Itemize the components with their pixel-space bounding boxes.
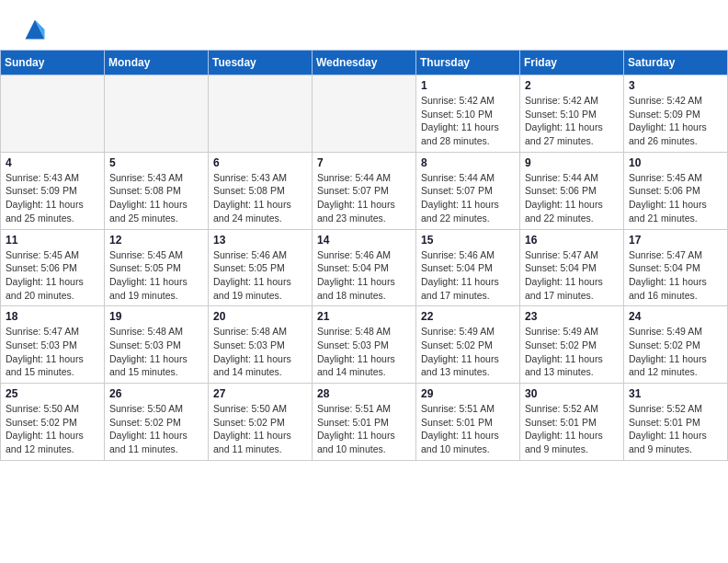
day-number: 2 bbox=[525, 79, 619, 92]
day-number: 20 bbox=[213, 310, 307, 323]
day-detail: Sunrise: 5:48 AM Sunset: 5:03 PM Dayligh… bbox=[317, 325, 411, 379]
weekday-header-sunday: Sunday bbox=[1, 51, 105, 75]
calendar-cell bbox=[313, 75, 416, 153]
calendar-cell: 4Sunrise: 5:43 AM Sunset: 5:09 PM Daylig… bbox=[1, 152, 105, 229]
day-detail: Sunrise: 5:52 AM Sunset: 5:01 PM Dayligh… bbox=[525, 402, 619, 456]
calendar-cell: 22Sunrise: 5:49 AM Sunset: 5:02 PM Dayli… bbox=[416, 306, 520, 384]
calendar-week-5: 25Sunrise: 5:50 AM Sunset: 5:02 PM Dayli… bbox=[1, 384, 728, 461]
weekday-header-thursday: Thursday bbox=[416, 51, 520, 75]
day-number: 16 bbox=[525, 234, 619, 247]
logo bbox=[22, 17, 50, 42]
calendar-cell: 10Sunrise: 5:45 AM Sunset: 5:06 PM Dayli… bbox=[624, 152, 728, 229]
day-detail: Sunrise: 5:51 AM Sunset: 5:01 PM Dayligh… bbox=[317, 402, 411, 456]
day-detail: Sunrise: 5:48 AM Sunset: 5:03 PM Dayligh… bbox=[213, 325, 307, 379]
day-number: 17 bbox=[629, 234, 722, 247]
day-number: 26 bbox=[109, 387, 203, 400]
day-detail: Sunrise: 5:42 AM Sunset: 5:10 PM Dayligh… bbox=[525, 94, 619, 148]
calendar-cell: 24Sunrise: 5:49 AM Sunset: 5:02 PM Dayli… bbox=[624, 306, 728, 384]
calendar-cell: 20Sunrise: 5:48 AM Sunset: 5:03 PM Dayli… bbox=[209, 306, 313, 384]
day-detail: Sunrise: 5:44 AM Sunset: 5:07 PM Dayligh… bbox=[317, 171, 411, 225]
calendar-cell: 28Sunrise: 5:51 AM Sunset: 5:01 PM Dayli… bbox=[313, 384, 416, 461]
weekday-header-tuesday: Tuesday bbox=[209, 51, 313, 75]
day-number: 10 bbox=[629, 156, 722, 169]
calendar-cell: 8Sunrise: 5:44 AM Sunset: 5:07 PM Daylig… bbox=[416, 152, 520, 229]
calendar-cell bbox=[105, 75, 209, 153]
day-number: 6 bbox=[213, 156, 307, 169]
day-detail: Sunrise: 5:45 AM Sunset: 5:06 PM Dayligh… bbox=[6, 248, 99, 303]
calendar-week-3: 11Sunrise: 5:45 AM Sunset: 5:06 PM Dayli… bbox=[1, 229, 728, 306]
calendar-cell: 16Sunrise: 5:47 AM Sunset: 5:04 PM Dayli… bbox=[520, 229, 624, 306]
calendar-cell: 14Sunrise: 5:46 AM Sunset: 5:04 PM Dayli… bbox=[313, 229, 416, 306]
day-number: 11 bbox=[6, 234, 99, 247]
calendar-cell: 26Sunrise: 5:50 AM Sunset: 5:02 PM Dayli… bbox=[105, 384, 209, 461]
day-number: 8 bbox=[421, 156, 515, 169]
day-detail: Sunrise: 5:42 AM Sunset: 5:09 PM Dayligh… bbox=[629, 94, 722, 148]
day-detail: Sunrise: 5:45 AM Sunset: 5:06 PM Dayligh… bbox=[629, 171, 722, 225]
calendar-header: SundayMondayTuesdayWednesdayThursdayFrid… bbox=[1, 51, 728, 75]
day-number: 12 bbox=[109, 234, 203, 247]
day-detail: Sunrise: 5:42 AM Sunset: 5:10 PM Dayligh… bbox=[421, 94, 515, 148]
calendar-cell: 25Sunrise: 5:50 AM Sunset: 5:02 PM Dayli… bbox=[1, 384, 105, 461]
day-detail: Sunrise: 5:46 AM Sunset: 5:04 PM Dayligh… bbox=[421, 248, 515, 303]
day-detail: Sunrise: 5:43 AM Sunset: 5:09 PM Dayligh… bbox=[6, 171, 99, 225]
day-detail: Sunrise: 5:44 AM Sunset: 5:06 PM Dayligh… bbox=[525, 171, 619, 225]
day-number: 31 bbox=[629, 387, 722, 400]
day-detail: Sunrise: 5:49 AM Sunset: 5:02 PM Dayligh… bbox=[421, 325, 515, 379]
day-number: 27 bbox=[213, 387, 307, 400]
calendar-cell: 27Sunrise: 5:50 AM Sunset: 5:02 PM Dayli… bbox=[209, 384, 313, 461]
logo-icon bbox=[22, 17, 48, 42]
day-detail: Sunrise: 5:47 AM Sunset: 5:04 PM Dayligh… bbox=[629, 248, 722, 303]
calendar-cell bbox=[209, 75, 313, 153]
calendar-week-4: 18Sunrise: 5:47 AM Sunset: 5:03 PM Dayli… bbox=[1, 306, 728, 384]
day-number: 22 bbox=[421, 310, 515, 323]
day-detail: Sunrise: 5:43 AM Sunset: 5:08 PM Dayligh… bbox=[213, 171, 307, 225]
day-number: 28 bbox=[317, 387, 411, 400]
calendar-cell: 29Sunrise: 5:51 AM Sunset: 5:01 PM Dayli… bbox=[416, 384, 520, 461]
weekday-header-friday: Friday bbox=[520, 51, 624, 75]
day-number: 18 bbox=[6, 310, 99, 323]
calendar-cell: 18Sunrise: 5:47 AM Sunset: 5:03 PM Dayli… bbox=[1, 306, 105, 384]
calendar-cell: 1Sunrise: 5:42 AM Sunset: 5:10 PM Daylig… bbox=[416, 75, 520, 153]
day-number: 13 bbox=[213, 234, 307, 247]
calendar-cell: 17Sunrise: 5:47 AM Sunset: 5:04 PM Dayli… bbox=[624, 229, 728, 306]
day-detail: Sunrise: 5:43 AM Sunset: 5:08 PM Dayligh… bbox=[109, 171, 203, 225]
day-number: 25 bbox=[6, 387, 99, 400]
calendar-cell: 21Sunrise: 5:48 AM Sunset: 5:03 PM Dayli… bbox=[313, 306, 416, 384]
day-number: 9 bbox=[525, 156, 619, 169]
calendar-cell bbox=[1, 75, 105, 153]
calendar-cell: 5Sunrise: 5:43 AM Sunset: 5:08 PM Daylig… bbox=[105, 152, 209, 229]
day-number: 4 bbox=[6, 156, 99, 169]
day-number: 1 bbox=[421, 79, 515, 92]
calendar-cell: 15Sunrise: 5:46 AM Sunset: 5:04 PM Dayli… bbox=[416, 229, 520, 306]
calendar-week-2: 4Sunrise: 5:43 AM Sunset: 5:09 PM Daylig… bbox=[1, 152, 728, 229]
weekday-header-wednesday: Wednesday bbox=[313, 51, 416, 75]
day-number: 3 bbox=[629, 79, 722, 92]
day-detail: Sunrise: 5:46 AM Sunset: 5:04 PM Dayligh… bbox=[317, 248, 411, 303]
day-detail: Sunrise: 5:50 AM Sunset: 5:02 PM Dayligh… bbox=[109, 402, 203, 456]
day-detail: Sunrise: 5:49 AM Sunset: 5:02 PM Dayligh… bbox=[525, 325, 619, 379]
calendar-cell: 7Sunrise: 5:44 AM Sunset: 5:07 PM Daylig… bbox=[313, 152, 416, 229]
day-number: 19 bbox=[109, 310, 203, 323]
calendar-week-1: 1Sunrise: 5:42 AM Sunset: 5:10 PM Daylig… bbox=[1, 75, 728, 153]
day-detail: Sunrise: 5:47 AM Sunset: 5:04 PM Dayligh… bbox=[525, 248, 619, 303]
calendar-cell: 2Sunrise: 5:42 AM Sunset: 5:10 PM Daylig… bbox=[520, 75, 624, 153]
day-number: 15 bbox=[421, 234, 515, 247]
weekday-header-monday: Monday bbox=[105, 51, 209, 75]
day-number: 24 bbox=[629, 310, 722, 323]
day-number: 7 bbox=[317, 156, 411, 169]
day-number: 23 bbox=[525, 310, 619, 323]
calendar-cell: 6Sunrise: 5:43 AM Sunset: 5:08 PM Daylig… bbox=[209, 152, 313, 229]
calendar-cell: 13Sunrise: 5:46 AM Sunset: 5:05 PM Dayli… bbox=[209, 229, 313, 306]
calendar-cell: 31Sunrise: 5:52 AM Sunset: 5:01 PM Dayli… bbox=[624, 384, 728, 461]
calendar-cell: 19Sunrise: 5:48 AM Sunset: 5:03 PM Dayli… bbox=[105, 306, 209, 384]
day-number: 14 bbox=[317, 234, 411, 247]
day-detail: Sunrise: 5:46 AM Sunset: 5:05 PM Dayligh… bbox=[213, 248, 307, 303]
day-detail: Sunrise: 5:48 AM Sunset: 5:03 PM Dayligh… bbox=[109, 325, 203, 379]
day-number: 29 bbox=[421, 387, 515, 400]
day-detail: Sunrise: 5:49 AM Sunset: 5:02 PM Dayligh… bbox=[629, 325, 722, 379]
day-number: 5 bbox=[109, 156, 203, 169]
calendar-table: SundayMondayTuesdayWednesdayThursdayFrid… bbox=[0, 50, 728, 461]
calendar-cell: 9Sunrise: 5:44 AM Sunset: 5:06 PM Daylig… bbox=[520, 152, 624, 229]
calendar-cell: 3Sunrise: 5:42 AM Sunset: 5:09 PM Daylig… bbox=[624, 75, 728, 153]
calendar-cell: 30Sunrise: 5:52 AM Sunset: 5:01 PM Dayli… bbox=[520, 384, 624, 461]
